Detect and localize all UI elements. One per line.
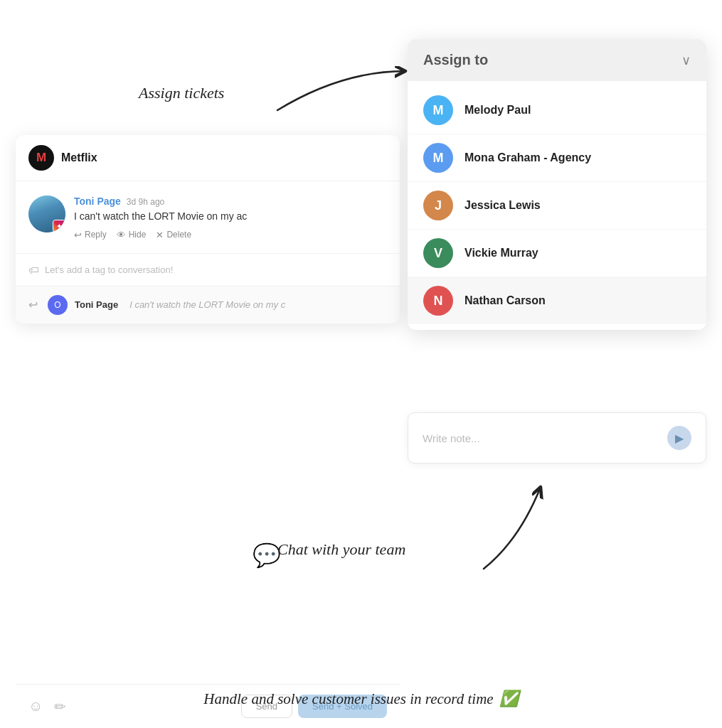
hide-button[interactable]: 👁 Hide (117, 230, 147, 240)
agent-1-initial: M (433, 151, 444, 166)
send-note-button[interactable]: ▶ (667, 426, 691, 450)
assign-header: Assign to ∨ (408, 39, 706, 81)
checkbox-emoji: ✅ (499, 690, 519, 707)
agent-3-name: Vickie Murray (464, 247, 538, 259)
annotation-chat: Chat with your team (277, 540, 405, 559)
company-name: Metflix (61, 151, 97, 164)
hide-label: Hide (129, 230, 147, 240)
hide-icon: 👁 (117, 230, 126, 240)
assign-agent-2[interactable]: J Jessica Lewis (408, 182, 706, 230)
user-avatar: ✦ (28, 196, 65, 232)
message-content: Toni Page 3d 9h ago I can't watch the LO… (74, 196, 387, 240)
agent-2-avatar: J (423, 191, 453, 220)
tag-icon: 🏷 (28, 264, 39, 276)
instagram-badge: ✦ (53, 220, 65, 232)
annotation-handle: Handle and solve customer issues in reco… (203, 690, 518, 708)
agent-0-avatar: M (423, 95, 453, 125)
write-note-area: Write note... ▶ (408, 412, 706, 464)
tag-placeholder: Let's add a tag to conversation! (45, 264, 173, 275)
message-area: ✦ Toni Page 3d 9h ago I can't watch the … (16, 181, 400, 253)
reply-button[interactable]: ↩ Reply (74, 230, 107, 240)
reply-preview: I can't watch the LORT Movie on my c (129, 299, 285, 310)
chat-panel: M Metflix ✦ Toni Page 3d 9h ago I can't … (16, 135, 400, 323)
agent-1-name: Mona Graham - Agency (464, 151, 591, 164)
reply-label: Reply (85, 230, 107, 240)
reply-bar: ↩ O Toni Page I can't watch the LORT Mov… (16, 286, 400, 323)
agent-2-name: Jessica Lewis (464, 199, 541, 212)
message-author: Toni Page (74, 196, 121, 207)
message-row: ✦ Toni Page 3d 9h ago I can't watch the … (28, 196, 387, 240)
emoji-icon[interactable]: ☺ (28, 698, 43, 715)
annotation-assign: Assign tickets (139, 84, 224, 102)
assign-list: M Melody Paul M Mona Graham - Agency J J… (408, 81, 706, 330)
send-note-icon: ▶ (675, 432, 684, 445)
assign-agent-4[interactable]: N Nathan Carson (408, 277, 706, 324)
agent-3-avatar: V (423, 238, 453, 268)
message-actions: ↩ Reply 👁 Hide ✕ Delete (74, 230, 387, 240)
agent-4-initial: N (434, 294, 443, 309)
handle-text: Handle and solve customer issues in reco… (203, 690, 493, 707)
message-meta: Toni Page 3d 9h ago (74, 196, 387, 207)
agent-3-initial: V (434, 246, 442, 261)
delete-button[interactable]: ✕ Delete (156, 230, 191, 240)
reply-icon: ↩ (74, 230, 82, 240)
delete-icon: ✕ (156, 230, 164, 240)
reply-avatar-circle: O (48, 295, 68, 315)
agent-0-name: Melody Paul (464, 104, 531, 117)
edit-icon[interactable]: ✏ (54, 698, 66, 715)
assign-panel: Assign to ∨ M Melody Paul M Mona Graham … (408, 39, 706, 330)
agent-1-avatar: M (423, 143, 453, 173)
reply-back-icon: ↩ (28, 298, 38, 311)
write-note-placeholder[interactable]: Write note... (423, 432, 480, 444)
message-text: I can't watch the LORT Movie on my ac (74, 210, 387, 224)
bottom-icons: ☺ ✏ (28, 698, 66, 715)
assign-chevron-icon[interactable]: ∨ (681, 53, 691, 68)
message-time: 3d 9h ago (127, 197, 164, 207)
agent-0-initial: M (433, 103, 444, 118)
assign-agent-1[interactable]: M Mona Graham - Agency (408, 134, 706, 182)
agent-4-avatar: N (423, 286, 453, 316)
company-avatar: M (28, 145, 54, 171)
assign-agent-0[interactable]: M Melody Paul (408, 87, 706, 134)
agent-4-name: Nathan Carson (464, 294, 546, 307)
assign-agent-3[interactable]: V Vickie Murray (408, 230, 706, 277)
assign-title: Assign to (423, 52, 488, 68)
chat-header: M Metflix (16, 135, 400, 181)
delete-label: Delete (166, 230, 191, 240)
tag-area[interactable]: 🏷 Let's add a tag to conversation! (16, 253, 400, 286)
company-initial: M (36, 151, 46, 165)
reply-author: Toni Page (75, 299, 118, 310)
agent-2-initial: J (435, 198, 442, 213)
chat-bubble-icon: 💬 (253, 542, 281, 569)
